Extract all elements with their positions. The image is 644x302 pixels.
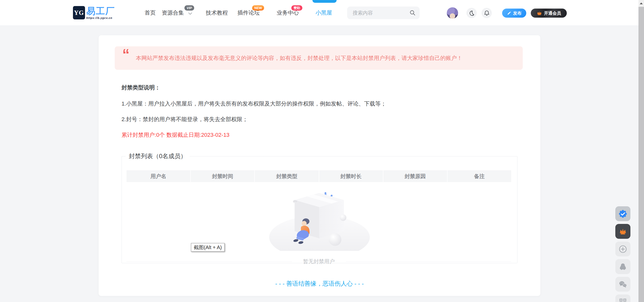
nav-item-home[interactable]: 首页 — [145, 0, 156, 26]
ban-type-line2: 2.封号：禁封的用户将不能登录，将失去全部权限； — [122, 116, 248, 123]
sponsor-badge: 赞助 — [291, 5, 302, 11]
up-triangle-icon — [640, 3, 643, 4]
search-icon[interactable] — [410, 10, 416, 16]
pencil-icon — [507, 11, 511, 15]
notifications-button[interactable] — [481, 8, 492, 18]
motto-text: - - - 善语结善缘，恶语伤人心 - - - — [99, 280, 540, 288]
column-ban-time: 封禁时间 — [191, 170, 255, 182]
ban-list-fieldset: 封禁列表（0名成员） 用户名 封禁时间 封禁类型 封禁时长 封禁原因 备注 — [122, 152, 517, 263]
nav-item-plugin-forum[interactable]: 插件论坛 NEW — [237, 0, 260, 26]
nav-item-business-center[interactable]: 业务中心 赞助 — [277, 0, 299, 26]
membership-crown-button[interactable] — [615, 224, 630, 239]
ban-type-heading: 封禁类型说明： — [122, 84, 160, 91]
top-navbar: YG 易工厂 https://b.ygcv.cn 首页 资源合集 VIP 技术教… — [0, 0, 644, 26]
ban-stats: 累计封禁用户:0个 数据截止日期:2023-02-13 — [122, 131, 229, 139]
divider-line-left — [127, 261, 292, 262]
add-button[interactable] — [615, 242, 630, 256]
qrcode-button[interactable] — [615, 294, 630, 302]
crown-icon — [537, 11, 542, 16]
bell-icon — [484, 10, 490, 16]
user-avatar[interactable] — [447, 7, 458, 19]
verified-badge-button[interactable] — [615, 206, 630, 221]
nav-item-resources[interactable]: 资源合集 VIP — [162, 0, 192, 26]
search-input[interactable] — [347, 7, 420, 19]
site-logo[interactable]: YG 易工厂 https://b.ygcv.cn — [73, 6, 115, 19]
column-remark: 备注 — [448, 170, 511, 182]
dark-mode-toggle[interactable] — [466, 8, 477, 18]
verified-check-icon — [619, 210, 627, 218]
logo-site-name: 易工厂 — [86, 6, 115, 16]
notice-text: 本网站严禁发布违法违规以及发布毫无意义的评论等内容，如有违反，封禁处理，以下是本… — [136, 46, 462, 70]
nav-item-tutorials[interactable]: 技术教程 — [206, 0, 228, 26]
logo-yg-mark: YG — [73, 6, 85, 19]
qq-contact-button[interactable] — [615, 259, 630, 274]
column-ban-duration: 封禁时长 — [319, 170, 383, 182]
main-content-card: “ 本网站严禁发布违法违规以及发布毫无意义的评论等内容，如有违反，封禁处理，以下… — [99, 35, 540, 296]
site-notice-banner: “ 本网站严禁发布违法违规以及发布毫无意义的评论等内容，如有违反，封禁处理，以下… — [115, 46, 523, 70]
new-badge: NEW — [252, 5, 264, 11]
column-username: 用户名 — [127, 170, 191, 182]
plus-circle-icon — [619, 245, 627, 253]
wechat-contact-button[interactable] — [615, 277, 630, 292]
scrollbar-thumb[interactable] — [638, 7, 644, 302]
qrcode-icon — [619, 298, 627, 302]
vip-badge: VIP — [184, 5, 194, 11]
column-ban-reason: 封禁原因 — [383, 170, 448, 182]
divider-line-right — [346, 261, 511, 262]
empty-text: 暂无封禁用户 — [303, 258, 335, 265]
nav-item-blackhouse[interactable]: 小黑屋 — [315, 0, 332, 26]
scrollbar-up-arrow[interactable] — [638, 0, 644, 7]
column-ban-type: 封禁类型 — [255, 170, 319, 182]
chevron-down-icon — [188, 13, 192, 15]
logo-site-url: https://b.ygcv.cn — [86, 16, 115, 19]
empty-box-illustration — [267, 190, 372, 251]
empty-state-row: 暂无封禁用户 — [127, 258, 511, 265]
moon-icon — [469, 10, 475, 16]
ban-table-header: 用户名 封禁时间 封禁类型 封禁时长 封禁原因 备注 — [127, 170, 511, 182]
open-membership-button[interactable]: 开通会员 — [531, 9, 567, 18]
search-box — [347, 7, 420, 19]
crown-icon — [619, 228, 627, 235]
screenshot-tooltip: 截图(Alt + A) — [191, 243, 225, 252]
vertical-scrollbar[interactable] — [638, 0, 644, 302]
publish-button[interactable]: 发布 — [502, 9, 526, 18]
floating-action-rail — [615, 206, 630, 302]
wechat-icon — [619, 281, 627, 288]
quote-icon: “ — [122, 47, 130, 58]
ban-list-legend: 封禁列表（0名成员） — [126, 152, 189, 160]
ban-type-line1: 1.小黑屋：用户拉入小黑屋后，用户将失去所有的发布权限及大部分的操作权限，例如发… — [122, 100, 386, 108]
qq-penguin-icon — [619, 263, 627, 271]
